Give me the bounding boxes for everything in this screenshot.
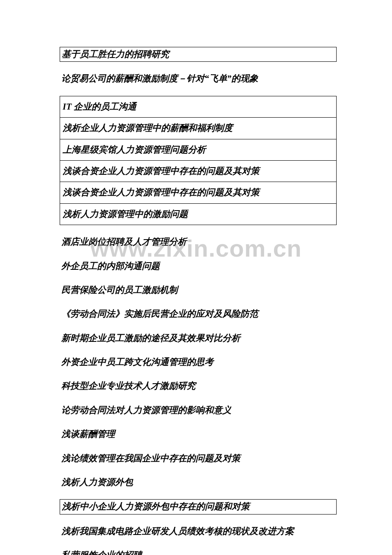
topic-line: 科技型企业专业技术人才激励研究 — [60, 379, 337, 393]
topic-line: 浅谈合资企业人力资源管理中存在的问题及其对策 — [60, 182, 336, 203]
topic-line: 外资企业中员工跨文化沟通管理的思考 — [60, 355, 337, 369]
topic-line: 浅论绩效管理在我国企业中存在的问题及对策 — [60, 451, 337, 465]
topic-line: 浅谈合资企业人力资源管理中存在的问题及其对策 — [60, 160, 336, 182]
topic-line: 浅谈薪酬管理 — [60, 427, 337, 441]
topic-line: IT 企业的员工沟通 — [60, 96, 336, 117]
topic-line: 新时期企业员工激励的途径及其效果对比分析 — [60, 331, 337, 345]
topic-line: 浅析中小企业人力资源外包中存在的问题和对策 — [60, 499, 337, 514]
document-page: www.zixin.com.cn 基于员工胜任力的招聘研究论贸易公司的薪酬和激励… — [0, 0, 392, 555]
topic-line: 浅析人力资源外包 — [60, 475, 337, 489]
topic-line: 外企员工的内部沟通问题 — [60, 259, 337, 273]
topic-line: 浅析我国集成电路企业研发人员绩效考核的现状及改进方案 — [60, 524, 337, 538]
boxed-list: IT 企业的员工沟通浅析企业人力资源管理中的薪酬和福利制度上海星级宾馆人力资源管… — [60, 96, 337, 225]
topic-line: 浅析企业人力资源管理中的薪酬和福利制度 — [60, 117, 336, 139]
topic-line: 民营保险公司的员工激励机制 — [60, 283, 337, 297]
topic-line: 论贸易公司的薪酬和激励制度－针对“飞单”的现象 — [60, 72, 337, 86]
content-list: 基于员工胜任力的招聘研究论贸易公司的薪酬和激励制度－针对“飞单”的现象IT 企业… — [60, 47, 337, 555]
topic-line: 上海星级宾馆人力资源管理问题分析 — [60, 139, 336, 160]
topic-line: 《劳动合同法》实施后民营企业的应对及风险防范 — [60, 307, 337, 321]
topic-line: 私营服饰企业的招聘 — [60, 548, 337, 555]
topic-line: 基于员工胜任力的招聘研究 — [60, 47, 337, 62]
topic-line: 浅析人力资源管理中的激励问题 — [60, 203, 336, 225]
topic-line: 酒店业岗位招聘及人才管理分析 — [60, 235, 337, 249]
topic-line: 论劳动合同法对人力资源管理的影响和意义 — [60, 403, 337, 417]
